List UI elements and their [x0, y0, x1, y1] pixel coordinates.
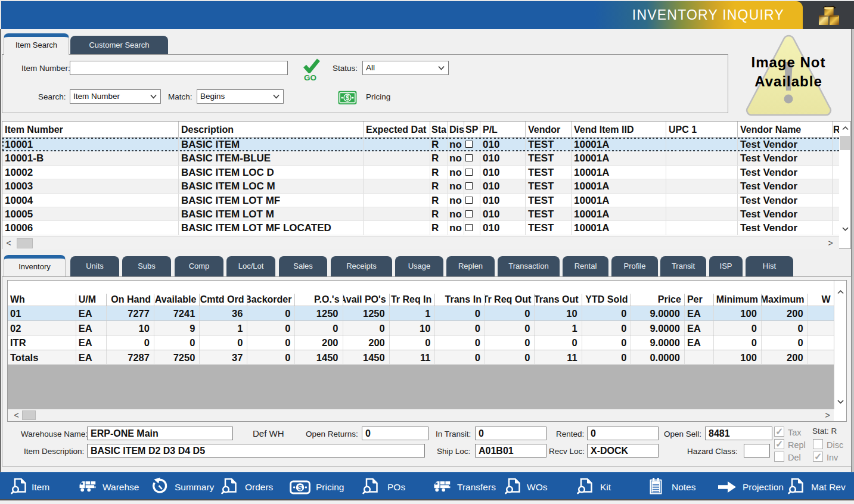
svg-text:$: $ — [298, 483, 303, 492]
svg-text:$: $ — [346, 95, 349, 101]
